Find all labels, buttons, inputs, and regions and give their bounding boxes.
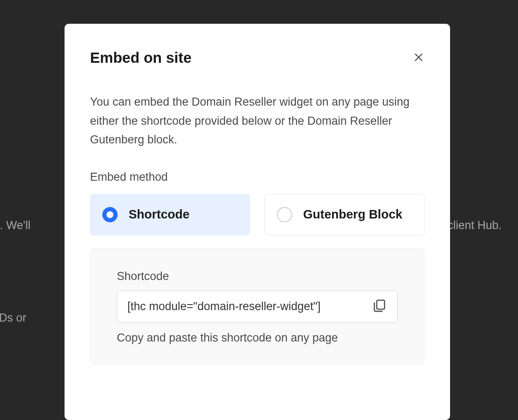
radio-icon	[102, 207, 118, 222]
copy-button[interactable]	[371, 299, 387, 315]
embed-method-options: Shortcode Gutenberg Block	[90, 194, 425, 235]
modal-description: You can embed the Domain Reseller widget…	[90, 92, 425, 149]
modal-header: Embed on site	[90, 49, 425, 66]
close-icon	[413, 52, 424, 64]
embed-modal: Embed on site You can embed the Domain R…	[65, 24, 450, 420]
background-text: client Hub.	[448, 219, 502, 232]
shortcode-panel: Shortcode Copy and paste this shortcode …	[90, 248, 425, 364]
background-text: ore TLDs or	[0, 311, 26, 325]
shortcode-input[interactable]	[127, 300, 371, 313]
option-shortcode[interactable]: Shortcode	[90, 194, 250, 235]
modal-title: Embed on site	[90, 49, 191, 66]
shortcode-input-wrap	[117, 291, 398, 323]
option-gutenberg-block[interactable]: Gutenberg Block	[265, 194, 425, 235]
shortcode-label: Shortcode	[117, 270, 398, 283]
embed-method-label: Embed method	[90, 171, 425, 184]
copy-icon	[372, 299, 386, 314]
shortcode-help-text: Copy and paste this shortcode on any pag…	[117, 331, 398, 344]
close-button[interactable]	[413, 52, 425, 64]
option-shortcode-label: Shortcode	[129, 207, 189, 221]
radio-icon	[277, 207, 292, 222]
background-text: nt Hub. We'll	[0, 219, 31, 232]
svg-rect-2	[377, 300, 384, 309]
option-gutenberg-label: Gutenberg Block	[303, 207, 403, 221]
